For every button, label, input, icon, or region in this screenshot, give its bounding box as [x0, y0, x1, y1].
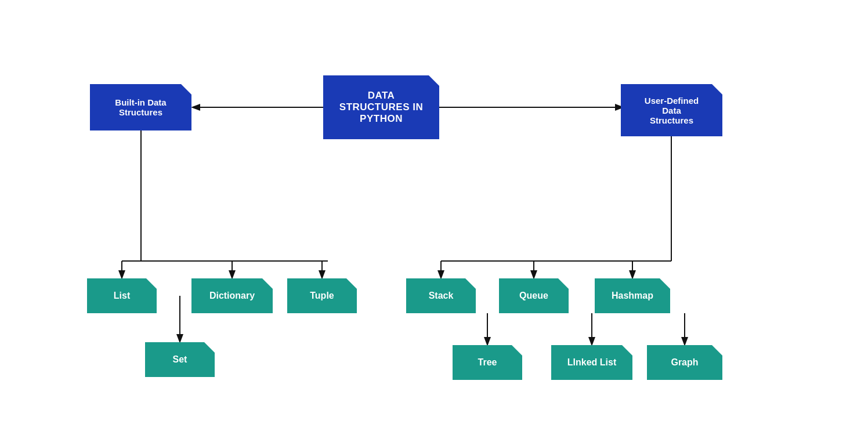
stack-node: Stack	[406, 278, 476, 313]
root-node: DATA STRUCTURES IN PYTHON	[323, 75, 439, 139]
diagram-container: DATA STRUCTURES IN PYTHON Built-in Data …	[0, 0, 868, 435]
hashmap-node: Hashmap	[595, 278, 670, 313]
tree-node: Tree	[453, 345, 522, 380]
linkedlist-node: LInked List	[551, 345, 632, 380]
list-node: List	[87, 278, 157, 313]
connector-lines	[0, 0, 868, 435]
graph-node: Graph	[647, 345, 722, 380]
queue-node: Queue	[499, 278, 569, 313]
tuple-node: Tuple	[287, 278, 357, 313]
userdefined-node: User-Defined Data Structures	[621, 84, 722, 136]
set-node: Set	[145, 342, 215, 377]
dictionary-node: Dictionary	[191, 278, 273, 313]
builtin-node: Built-in Data Structures	[90, 84, 191, 130]
